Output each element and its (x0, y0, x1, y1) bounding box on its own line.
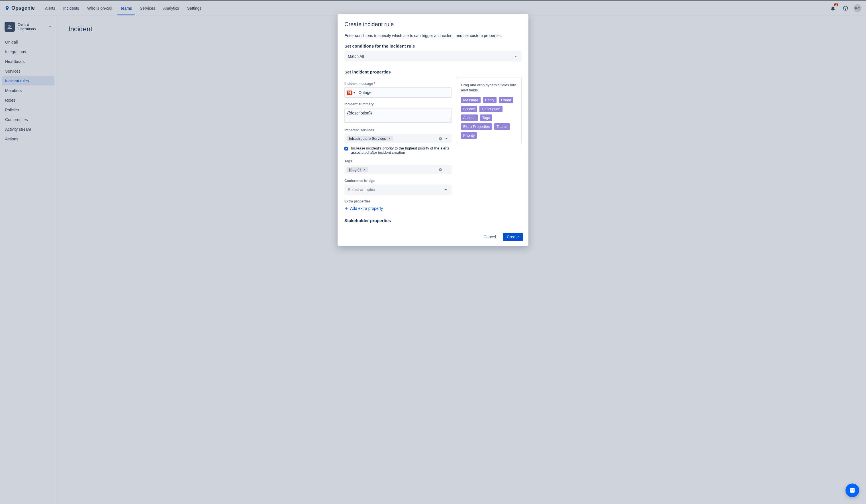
conference-bridge-label: Conference bridge (344, 179, 452, 183)
tag-chip: {{tags}} × (347, 167, 368, 172)
dynfield-description[interactable]: Description (479, 105, 502, 112)
stakeholder-heading: Stakeholder properties (344, 218, 452, 223)
intercom-launcher[interactable] (845, 483, 859, 497)
incident-message-input[interactable] (357, 89, 449, 96)
remove-tag-icon[interactable]: × (387, 136, 392, 141)
modal-description: Enter conditions to specify which alerts… (344, 33, 522, 38)
cancel-button[interactable]: Cancel (479, 233, 500, 241)
create-button[interactable]: Create (503, 233, 523, 241)
dynamic-fields-panel: Drag and drop dynamic fields into alert … (456, 77, 522, 144)
incident-message-field[interactable]: P1 ▾ (344, 87, 452, 98)
conditions-heading: Set conditions for the incident rule (344, 44, 522, 48)
tags-input[interactable]: {{tags}} × (344, 165, 452, 174)
priority-picker[interactable]: P1 ▾ (347, 91, 357, 95)
extra-properties-label: Extra properties (344, 199, 452, 203)
chevron-down-icon: ▾ (354, 91, 355, 94)
increase-priority-label: Increase incident's priority to the high… (351, 146, 452, 155)
incident-summary-input[interactable] (344, 108, 452, 123)
dynfield-message[interactable]: Message (461, 97, 480, 103)
modal-footer: Cancel Create (337, 228, 529, 246)
match-mode-value: Match All (348, 54, 364, 59)
dynfield-count[interactable]: Count (499, 97, 513, 103)
match-mode-select[interactable]: Match All (344, 51, 522, 61)
impacted-service-tag: Infrastructure Services × (347, 136, 393, 141)
dynfield-tags[interactable]: Tags (480, 114, 492, 121)
dynfield-actions[interactable]: Actions (461, 114, 478, 121)
conference-bridge-select[interactable]: Select an option (344, 184, 452, 195)
conference-bridge-placeholder: Select an option (348, 187, 376, 192)
dynfield-priority[interactable]: Priority (461, 132, 477, 139)
dynfield-extra-properties[interactable]: Extra Properties (461, 123, 492, 130)
modal-body: Create incident rule Enter conditions to… (337, 14, 529, 228)
increase-priority-checkbox[interactable] (344, 147, 348, 150)
dynfield-entity[interactable]: Entity (483, 97, 497, 103)
create-incident-rule-modal: Create incident rule Enter conditions to… (337, 14, 529, 246)
increase-priority-row: Increase incident's priority to the high… (344, 146, 452, 155)
tags-label: Tags (344, 159, 452, 163)
chevron-down-icon (444, 187, 448, 192)
clear-icon[interactable] (438, 168, 442, 172)
incident-message-label: Incident message* (344, 82, 452, 86)
chevron-down-icon (514, 54, 518, 59)
dynfield-teams[interactable]: Teams (494, 123, 510, 130)
dynamic-fields-hint: Drag and drop dynamic fields into alert … (461, 82, 517, 93)
add-extra-property-button[interactable]: Add extra property (344, 206, 383, 211)
impacted-services-label: Impacted services (344, 128, 452, 132)
impacted-services-select[interactable]: Infrastructure Services × (344, 134, 452, 143)
properties-heading: Set incident properties (344, 69, 522, 74)
dynfield-source[interactable]: Source (461, 105, 477, 112)
dynamic-fields-chips: MessageEntityCountSourceDescriptionActio… (461, 97, 517, 139)
remove-tag-icon[interactable]: × (362, 167, 367, 172)
clear-icon[interactable] (438, 137, 442, 141)
incident-summary-label: Incident summary (344, 102, 452, 106)
priority-badge: P1 (347, 91, 352, 95)
modal-title: Create incident rule (344, 21, 522, 27)
chevron-down-icon (444, 136, 449, 141)
